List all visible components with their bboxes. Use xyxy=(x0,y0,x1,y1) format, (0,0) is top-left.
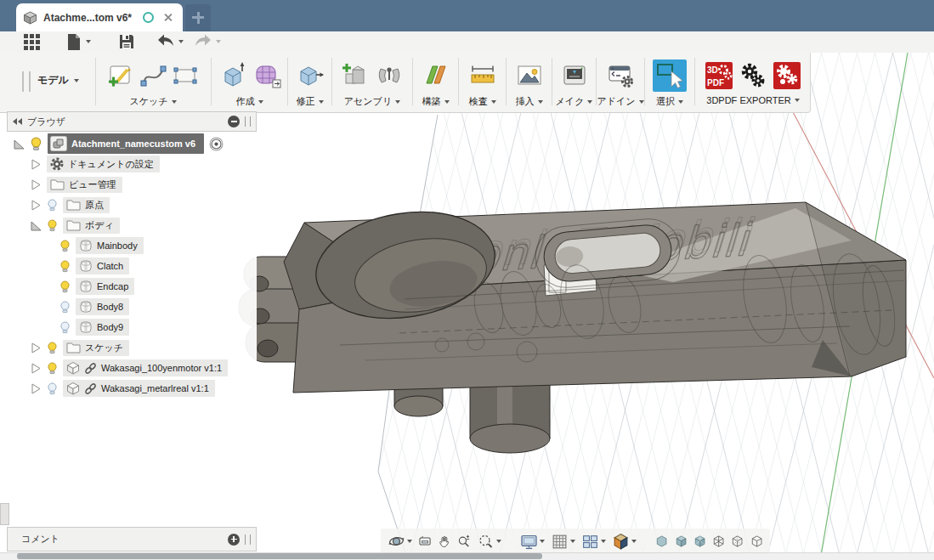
bulb-on-icon[interactable] xyxy=(47,342,58,354)
collapsed-arrow-icon[interactable] xyxy=(31,363,42,374)
tree-row-sketches[interactable]: スケッチ xyxy=(7,337,257,358)
activate-radio-icon[interactable] xyxy=(209,137,224,151)
group-construct-label[interactable]: 構築 xyxy=(422,95,450,108)
press-pull-icon[interactable] xyxy=(296,61,325,90)
shaded-hidden-edges-cube-icon[interactable] xyxy=(693,533,706,550)
comments-panel-header[interactable]: コメント xyxy=(7,527,257,552)
browser-panel-header[interactable]: ブラウザ xyxy=(7,111,257,132)
expanded-arrow-icon[interactable] xyxy=(14,139,25,150)
look-at-icon[interactable] xyxy=(418,533,432,550)
shaded-edges-cube-icon[interactable] xyxy=(675,533,688,550)
wireframe-all-edges-cube-icon[interactable] xyxy=(712,533,725,550)
group-modify-label[interactable]: 修正 xyxy=(297,95,324,108)
bulb-off-icon[interactable] xyxy=(47,199,58,212)
addins-script-icon[interactable] xyxy=(606,61,635,90)
tree-row-body[interactable]: Mainbody xyxy=(7,235,257,256)
tab-close-icon[interactable] xyxy=(163,13,173,22)
collapsed-arrow-icon[interactable] xyxy=(31,159,42,170)
tree-row-root[interactable]: Atachment_namecustom v6 xyxy=(7,133,257,154)
group-pdf-label[interactable]: 3DPDF EXPORTER xyxy=(706,95,799,105)
tree-row-body[interactable]: Body8 xyxy=(7,297,257,317)
display-settings[interactable] xyxy=(520,533,545,551)
tree-row-body[interactable]: Body9 xyxy=(7,317,257,337)
tree-row-linked-component[interactable]: Wakasagi_100yenmotor v1:1 xyxy=(7,358,257,378)
tree-row-doc-settings[interactable]: ドキュメントの設定 xyxy=(7,154,257,174)
new-component-icon[interactable] xyxy=(341,61,370,90)
fit-tool[interactable] xyxy=(477,533,501,550)
grid-settings[interactable] xyxy=(551,533,575,551)
collapsed-arrow-icon[interactable] xyxy=(31,179,42,190)
extrude-icon[interactable] xyxy=(218,61,247,90)
new-tab-button[interactable] xyxy=(185,4,211,31)
rectangle-tool-icon[interactable] xyxy=(172,62,199,89)
ribbon-grip-handle[interactable] xyxy=(22,71,31,92)
gears-icon[interactable] xyxy=(739,61,767,90)
panel-grip-icon[interactable] xyxy=(245,535,251,545)
file-menu-caret-icon[interactable] xyxy=(86,40,91,43)
document-tab[interactable]: Atachme...tom v6* xyxy=(16,3,183,31)
panel-grip-icon[interactable] xyxy=(245,116,251,127)
tree-row-origin[interactable]: 原点 xyxy=(7,195,257,215)
collapse-panel-icon[interactable] xyxy=(13,118,22,125)
bulb-on-icon[interactable] xyxy=(30,137,42,151)
measure-icon[interactable] xyxy=(468,61,497,90)
expanded-arrow-icon[interactable] xyxy=(31,220,42,231)
spline-icon[interactable] xyxy=(139,62,167,89)
group-sketch: スケッチ xyxy=(96,56,210,110)
file-menu-icon[interactable] xyxy=(65,33,82,51)
group-create-label[interactable]: 作成 xyxy=(236,95,263,108)
group-make-label[interactable]: メイク xyxy=(556,95,593,108)
panel-minimize-icon[interactable] xyxy=(228,116,240,127)
tree-row-view-mgmt[interactable]: ビュー管理 xyxy=(7,174,257,195)
tree-row-linked-component[interactable]: Wakasagi_metarlreal v1:1 xyxy=(7,378,257,399)
red-gears-icon[interactable] xyxy=(773,61,801,90)
group-addins-label[interactable]: アドイン xyxy=(597,95,643,108)
bulb-on-icon[interactable] xyxy=(47,219,58,232)
group-select-label[interactable]: 選択 xyxy=(656,95,683,108)
collapsed-arrow-icon[interactable] xyxy=(31,200,42,211)
select-tool-icon[interactable] xyxy=(653,59,687,92)
tree-row-bodies[interactable]: ボディ xyxy=(7,215,257,235)
redo-icon[interactable] xyxy=(194,33,212,48)
group-insert-label[interactable]: 挿入 xyxy=(516,95,543,108)
group-sketch-label[interactable]: スケッチ xyxy=(129,95,176,108)
group-inspect-label[interactable]: 検査 xyxy=(469,95,496,108)
wireframe-cube-icon[interactable] xyxy=(750,533,763,550)
shaded-cube-icon[interactable] xyxy=(655,533,668,550)
tree-row-body[interactable]: Endcap xyxy=(7,276,257,297)
bulb-off-icon[interactable] xyxy=(59,301,71,314)
bulb-on-icon[interactable] xyxy=(47,362,58,375)
bulb-on-icon[interactable] xyxy=(59,240,71,252)
create-form-icon[interactable] xyxy=(252,61,281,90)
3d-print-icon[interactable] xyxy=(560,61,589,90)
wireframe-hidden-edges-cube-icon[interactable] xyxy=(731,533,744,550)
joint-icon[interactable] xyxy=(375,61,404,90)
redo-caret-icon[interactable] xyxy=(216,40,221,43)
collapsed-arrow-icon[interactable] xyxy=(31,383,42,394)
create-sketch-icon[interactable] xyxy=(107,62,134,89)
panel-expand-icon[interactable] xyxy=(228,534,240,546)
collapsed-arrow-icon[interactable] xyxy=(31,342,42,354)
undo-caret-icon[interactable] xyxy=(178,40,184,43)
collapsed-side-handle[interactable] xyxy=(0,503,9,525)
bulb-on-icon[interactable] xyxy=(59,280,71,293)
bulb-off-icon[interactable] xyxy=(59,321,71,334)
construct-plane-icon[interactable] xyxy=(422,61,450,90)
root-component-item[interactable]: Atachment_namecustom v6 xyxy=(48,133,204,154)
orbit-tool[interactable] xyxy=(388,533,412,550)
3dpdf-icon[interactable]: 3D PDF xyxy=(705,61,733,90)
workspace-menu[interactable]: モデル xyxy=(37,73,79,88)
group-assembly-label[interactable]: アセンブリ xyxy=(344,95,400,108)
viewports[interactable] xyxy=(581,533,606,551)
pan-hand-icon[interactable] xyxy=(438,533,451,550)
visual-style[interactable] xyxy=(612,533,637,551)
insert-image-icon[interactable] xyxy=(515,61,544,90)
tree-row-body[interactable]: Clatch xyxy=(7,256,257,276)
undo-icon[interactable] xyxy=(156,33,175,48)
save-icon[interactable] xyxy=(118,33,135,50)
horizontal-scrollbar-thumb[interactable] xyxy=(17,553,542,559)
bulb-on-icon[interactable] xyxy=(59,260,71,273)
zoom-icon[interactable] xyxy=(457,533,471,550)
bulb-off-icon[interactable] xyxy=(47,382,58,395)
app-grid-icon[interactable] xyxy=(23,33,41,51)
